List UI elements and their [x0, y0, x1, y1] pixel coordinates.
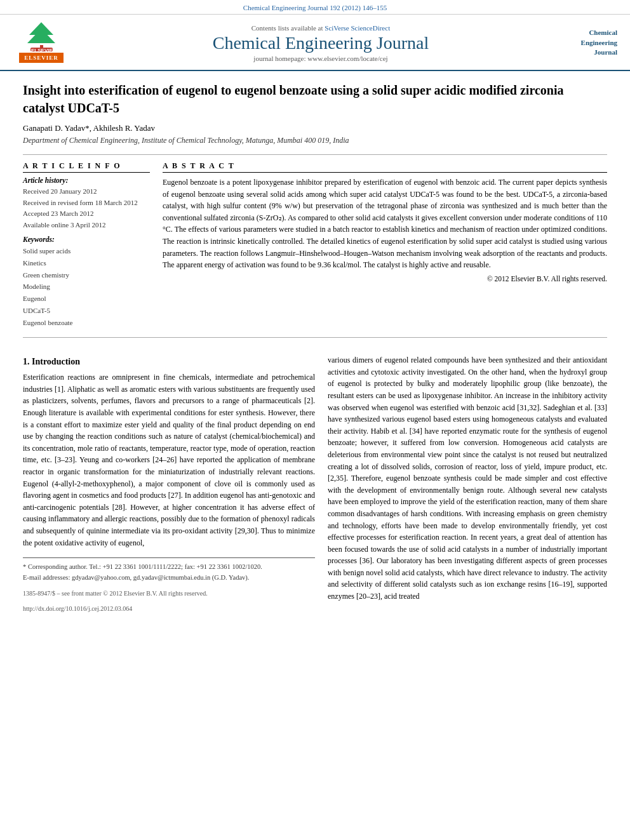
- homepage-line: journal homepage: www.elsevier.com/locat…: [81, 55, 560, 62]
- svg-text:ELSEVIER: ELSEVIER: [31, 48, 57, 53]
- available-date: Available online 3 April 2012: [23, 220, 150, 231]
- elsevier-tree-icon: ELSEVIER: [24, 21, 59, 53]
- abstract-divider: [23, 337, 607, 338]
- authors: Ganapati D. Yadav*, Akhilesh R. Yadav: [23, 123, 607, 133]
- abstract-column: A B S T R A C T Eugenol benzoate is a po…: [163, 161, 607, 328]
- corresponding-author-note: * Corresponding author. Tel.: +91 22 336…: [23, 562, 315, 573]
- header-corner-title: Chemical Engineering Journal: [560, 28, 617, 57]
- article-history-label: Article history:: [23, 177, 150, 184]
- article-header-section: Insight into esterification of eugenol t…: [0, 71, 630, 354]
- intro-paragraph-2: various dimers of eugenol related compou…: [328, 354, 607, 602]
- keywords-label: Keywords:: [23, 236, 150, 243]
- intro-paragraph-1: Esterification reactions are omnipresent…: [23, 371, 315, 549]
- article-info-heading: A R T I C L E I N F O: [23, 161, 150, 173]
- keyword-5: Eugenol: [23, 293, 150, 305]
- right-column: various dimers of eugenol related compou…: [328, 354, 607, 614]
- accepted-date: Accepted 23 March 2012: [23, 208, 150, 220]
- sciverse-link[interactable]: SciVerse ScienceDirect: [325, 24, 390, 32]
- introduction-heading: 1. Introduction: [23, 357, 315, 367]
- email-note: E-mail addresses: gdyadav@yahoo.com, gd.…: [23, 573, 315, 583]
- journal-header: ELSEVIER ELSEVIER Contents lists availab…: [0, 15, 630, 71]
- article-dates: Received 20 January 2012 Received in rev…: [23, 186, 150, 230]
- abstract-heading: A B S T R A C T: [163, 161, 607, 173]
- elsevier-label: ELSEVIER: [19, 53, 64, 63]
- journal-ref-text: Chemical Engineering Journal 192 (2012) …: [243, 4, 387, 11]
- footnote-area: * Corresponding author. Tel.: +91 22 336…: [23, 557, 315, 614]
- header-divider: [23, 154, 607, 155]
- keyword-6: UDCaT-5: [23, 305, 150, 317]
- email-addresses: gdyadav@yahoo.com, gd.yadav@ictmumbai.ed…: [72, 574, 249, 581]
- main-content: 1. Introduction Esterification reactions…: [0, 354, 630, 624]
- abstract-text: Eugenol benzoate is a potent lipoxygenas…: [163, 177, 607, 271]
- affiliation: Department of Chemical Engineering, Inst…: [23, 136, 607, 145]
- keyword-1: Solid super acids: [23, 245, 150, 257]
- svg-marker-2: [27, 29, 55, 43]
- article-info-abstract-row: A R T I C L E I N F O Article history: R…: [23, 161, 607, 328]
- article-title: Insight into esterification of eugenol t…: [23, 81, 607, 117]
- journal-reference-bar: Chemical Engineering Journal 192 (2012) …: [0, 0, 630, 15]
- elsevier-logo: ELSEVIER ELSEVIER: [13, 21, 70, 65]
- revised-date: Received in revised form 18 March 2012: [23, 197, 150, 209]
- article-info-column: A R T I C L E I N F O Article history: R…: [23, 161, 150, 328]
- email-label: E-mail addresses:: [23, 574, 70, 581]
- journal-title: Chemical Engineering Journal: [81, 33, 560, 53]
- keyword-3: Green chemistry: [23, 269, 150, 281]
- keywords-list: Solid super acids Kinetics Green chemist…: [23, 245, 150, 328]
- contents-line: Contents lists available at SciVerse Sci…: [81, 24, 560, 32]
- received-date: Received 20 January 2012: [23, 186, 150, 197]
- header-center: Contents lists available at SciVerse Sci…: [81, 24, 560, 62]
- keyword-7: Eugenol benzoate: [23, 317, 150, 329]
- copyright-line: © 2012 Elsevier B.V. All rights reserved…: [163, 275, 607, 283]
- footer-issn: 1385-8947/$ – see front matter © 2012 El…: [23, 589, 315, 599]
- keyword-2: Kinetics: [23, 257, 150, 269]
- footer-doi[interactable]: http://dx.doi.org/10.1016/j.cej.2012.03.…: [23, 604, 315, 614]
- keyword-4: Modeling: [23, 281, 150, 293]
- left-column: 1. Introduction Esterification reactions…: [23, 354, 315, 614]
- section-number: 1. Introduction: [23, 357, 80, 366]
